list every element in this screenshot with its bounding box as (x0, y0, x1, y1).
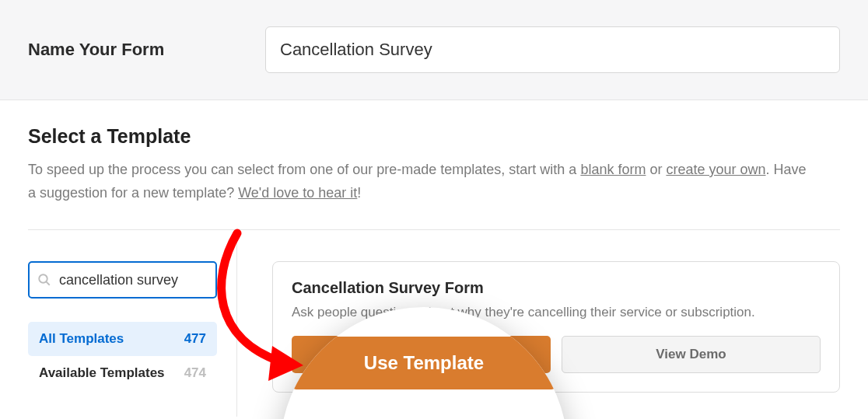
form-name-input[interactable] (265, 26, 840, 73)
template-results: Cancellation Survey Form Ask people ques… (237, 230, 840, 417)
filter-label: Available Templates (39, 365, 165, 381)
template-browser: All Templates 477 Available Templates 47… (28, 229, 840, 417)
template-card: Cancellation Survey Form Ask people ques… (272, 261, 840, 393)
svg-point-0 (39, 275, 47, 284)
section-description: To speed up the process you can select f… (28, 159, 814, 204)
suggestion-link[interactable]: We'd love to hear it (238, 185, 357, 201)
filter-count: 477 (184, 331, 206, 347)
filter-all-templates[interactable]: All Templates 477 (28, 322, 217, 356)
desc-text: To speed up the process you can select f… (28, 162, 580, 177)
svg-line-1 (47, 282, 50, 285)
search-icon (37, 273, 51, 287)
template-search-input[interactable] (28, 261, 217, 299)
section-title: Select a Template (28, 125, 840, 148)
template-card-title: Cancellation Survey Form (292, 279, 821, 297)
name-form-section: Name Your Form (0, 0, 868, 100)
desc-text: or (646, 162, 666, 177)
filter-count: 474 (184, 365, 206, 381)
create-your-own-link[interactable]: create your own (666, 162, 765, 177)
view-demo-button[interactable]: View Demo (562, 336, 821, 373)
filter-list: All Templates 477 Available Templates 47… (28, 322, 217, 390)
name-form-label: Name Your Form (28, 40, 265, 60)
template-sidebar: All Templates 477 Available Templates 47… (28, 230, 237, 417)
blank-form-link[interactable]: blank form (580, 162, 646, 177)
search-wrap (28, 261, 217, 299)
use-template-button[interactable]: Use Template (292, 336, 551, 373)
filter-available-templates[interactable]: Available Templates 474 (28, 356, 217, 390)
filter-label: All Templates (39, 331, 124, 347)
template-card-actions: Use Template View Demo (292, 336, 821, 373)
desc-text: ! (357, 185, 361, 201)
select-template-section: Select a Template To speed up the proces… (0, 100, 868, 417)
template-card-description: Ask people questions about why they're c… (292, 305, 821, 320)
